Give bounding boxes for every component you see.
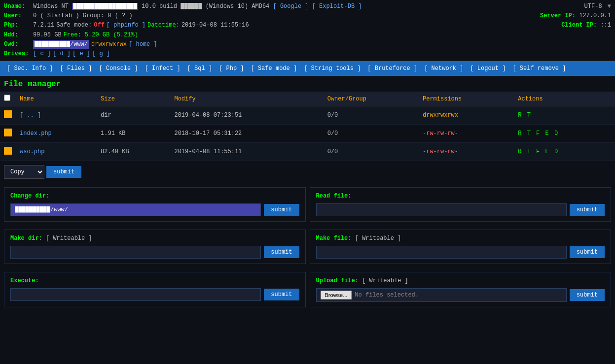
nav-bruteforce[interactable]: [ Bruteforce ] — [364, 64, 420, 73]
nav-stringtools[interactable]: [ String tools ] — [301, 64, 363, 73]
change-dir-input[interactable] — [10, 203, 261, 216]
action-r[interactable]: R — [518, 130, 521, 137]
row-checkbox-cell — [0, 125, 16, 143]
client-ip-label: Client IP: — [561, 22, 597, 29]
copy-select[interactable]: Copy Move Delete — [4, 165, 44, 179]
execute-input[interactable] — [10, 288, 261, 301]
make-dir-submit[interactable]: submit — [264, 246, 299, 258]
action-bar: Copy Move Delete submit — [0, 161, 615, 183]
table-header-size: Size — [97, 92, 170, 106]
server-ip: 127.0.0.1 — [579, 12, 611, 19]
panels-row-2: Make dir: [ Writeable ] submit Make file… — [0, 226, 615, 268]
panels-row-1: Change dir: submit Read file: submit — [0, 183, 615, 226]
uname-censored: ██████████████████ — [72, 3, 138, 10]
server-ip-label: Server IP: — [540, 12, 576, 19]
action-r[interactable]: R — [518, 112, 521, 119]
table-header-row: Name Size Modify Owner/Group Permissions… — [0, 92, 615, 106]
drive-e[interactable]: [ e ] — [72, 49, 90, 59]
action-e[interactable]: E — [545, 130, 548, 137]
row-checkbox-cell — [0, 143, 16, 161]
row-perms-cell: drwxrwxrwx — [419, 106, 514, 125]
cwd-perms: drwxrwxrwx — [91, 40, 127, 49]
encoding-dropdown-icon[interactable]: ▼ — [608, 3, 611, 10]
make-dir-writeable: [ Writeable ] — [46, 235, 92, 242]
row-modify-cell: 2018-10-17 05:31:22 — [170, 125, 323, 143]
row-filename[interactable]: index.php — [20, 130, 52, 137]
row-checkbox-cell — [0, 106, 16, 125]
nav-logout[interactable]: [ Logout ] — [467, 64, 508, 73]
php-version: 7.2.11 — [33, 21, 54, 30]
action-r[interactable]: R — [518, 148, 521, 155]
make-file-writeable: [ Writeable ] — [355, 235, 401, 242]
drive-d[interactable]: [ d ] — [53, 49, 71, 59]
nav-php[interactable]: [ Php ] — [216, 64, 247, 73]
panel-upload-file: Upload file: [ Writeable ] Browse... No … — [310, 272, 612, 307]
action-t[interactable]: T — [527, 148, 531, 155]
row-filename[interactable]: [ .. ] — [20, 112, 41, 119]
table-header-modify: Modify — [170, 92, 323, 106]
exploitdb-link[interactable]: [ Exploit-DB ] — [312, 3, 362, 10]
nav-safemode[interactable]: [ Safe mode ] — [248, 64, 300, 73]
action-d[interactable]: D — [554, 148, 558, 155]
drive-c[interactable]: [ c ] — [33, 49, 51, 59]
php-datetime-val: 2019-04-08 11:55:16 — [181, 21, 249, 30]
action-e[interactable]: E — [545, 148, 548, 155]
upload-submit[interactable]: submit — [570, 289, 605, 301]
panel-make-dir-label: Make dir: [ Writeable ] — [10, 235, 299, 242]
uname-value: Windows NT ██████████████████ 10.0 build… — [33, 2, 362, 11]
cwd-path: ██████████/www/ — [33, 40, 89, 49]
nav-files[interactable]: [ Files ] — [57, 64, 95, 73]
nav-infect[interactable]: [ Infect ] — [142, 64, 183, 73]
drive-g[interactable]: [ g ] — [92, 49, 110, 59]
row-actions-cell: R T — [514, 106, 615, 125]
upload-file-writeable: [ Writeable ] — [362, 277, 408, 284]
row-owner-cell: 0/0 — [324, 106, 419, 125]
table-header-checkbox — [0, 92, 16, 106]
read-file-input[interactable] — [316, 203, 567, 216]
panel-make-file: Make file: [ Writeable ] submit — [310, 230, 612, 264]
panel-change-dir-input-row: submit — [10, 203, 299, 216]
row-size-cell: 1.91 KB — [97, 125, 170, 143]
make-file-input[interactable] — [316, 246, 567, 259]
google-link[interactable]: [ Google ] — [273, 3, 309, 10]
nav-network[interactable]: [ Network ] — [421, 64, 466, 73]
row-size-cell: dir — [97, 106, 170, 125]
change-dir-submit[interactable]: submit — [264, 204, 299, 216]
nav-selfremove[interactable]: [ Self remove ] — [509, 64, 569, 73]
uname-label: Uname: — [4, 2, 31, 11]
table-header-name: Name — [16, 92, 97, 106]
encoding-value: UTF-8 — [584, 3, 602, 10]
execute-submit[interactable]: submit — [264, 289, 299, 300]
php-safemode-val: Off — [94, 21, 105, 30]
server-info: UTF-8 ▼ Server IP: 127.0.0.1 Client IP: … — [540, 2, 611, 31]
row-name-cell: index.php — [16, 125, 97, 143]
panel-execute-input-row: submit — [10, 288, 299, 301]
action-submit-button[interactable]: submit — [46, 166, 81, 178]
nav-console[interactable]: [ Console ] — [96, 64, 141, 73]
row-filename[interactable]: wso.php — [20, 148, 44, 155]
browse-button[interactable]: Browse... — [321, 291, 352, 299]
file-icon — [4, 147, 12, 155]
action-f[interactable]: F — [536, 148, 540, 155]
row-owner-cell: 0/0 — [324, 125, 419, 143]
php-label: Php: — [4, 21, 31, 30]
select-all-checkbox[interactable] — [4, 95, 10, 101]
table-header-owner: Owner/Group — [324, 92, 419, 106]
phpinfo-link[interactable]: [ phpinfo ] — [107, 21, 145, 30]
panel-make-dir: Make dir: [ Writeable ] submit — [4, 230, 306, 264]
row-modify-cell: 2019-04-08 11:55:11 — [170, 143, 323, 161]
make-dir-input[interactable] — [10, 246, 261, 259]
read-file-submit[interactable]: submit — [570, 204, 605, 216]
nav-sql[interactable]: [ Sql ] — [184, 64, 215, 73]
cwd-home-link[interactable]: [ home ] — [129, 40, 157, 49]
action-t[interactable]: T — [527, 112, 531, 119]
panel-read-file-label: Read file: — [316, 193, 605, 199]
row-perms-cell: -rw-rw-rw- — [419, 125, 514, 143]
nav-sec-info[interactable]: [ Sec. Info ] — [4, 64, 56, 73]
action-d[interactable]: D — [554, 130, 558, 137]
action-f[interactable]: F — [536, 130, 540, 137]
table-header-permissions: Permissions — [419, 92, 514, 106]
action-t[interactable]: T — [527, 130, 531, 137]
make-file-submit[interactable]: submit — [570, 246, 605, 258]
php-datetime-label: Datetime: — [147, 21, 180, 30]
